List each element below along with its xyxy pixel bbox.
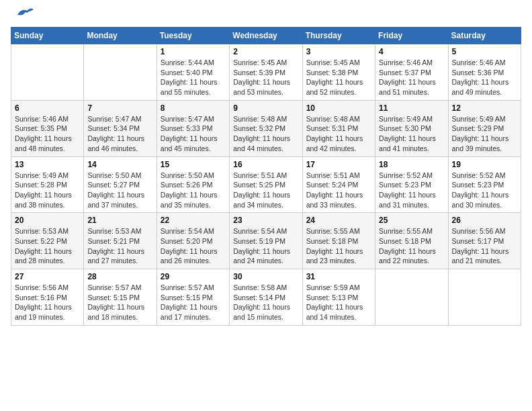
day-info: Sunrise: 5:55 AM Sunset: 5:18 PM Dayligh… <box>306 226 371 266</box>
day-number: 9 <box>233 103 298 113</box>
day-info: Sunrise: 5:49 AM Sunset: 5:30 PM Dayligh… <box>379 114 444 154</box>
weekday-monday: Monday <box>84 28 157 44</box>
day-info: Sunrise: 5:45 AM Sunset: 5:38 PM Dayligh… <box>306 58 371 97</box>
day-number: 17 <box>306 160 371 169</box>
day-info: Sunrise: 5:50 AM Sunset: 5:26 PM Dayligh… <box>161 171 226 210</box>
day-info: Sunrise: 5:46 AM Sunset: 5:35 PM Dayligh… <box>15 114 80 154</box>
calendar-week-5: 27Sunrise: 5:56 AM Sunset: 5:16 PM Dayli… <box>11 269 521 326</box>
weekday-tuesday: Tuesday <box>157 28 229 44</box>
calendar-cell: 9Sunrise: 5:48 AM Sunset: 5:32 PM Daylig… <box>230 100 302 156</box>
weekday-thursday: Thursday <box>302 28 375 44</box>
calendar-table: SundayMondayTuesdayWednesdayThursdayFrid… <box>11 27 521 326</box>
calendar-cell: 16Sunrise: 5:51 AM Sunset: 5:25 PM Dayli… <box>230 156 302 213</box>
day-number: 13 <box>15 160 80 169</box>
day-number: 4 <box>379 47 444 56</box>
day-info: Sunrise: 5:49 AM Sunset: 5:29 PM Dayligh… <box>452 114 517 154</box>
day-info: Sunrise: 5:51 AM Sunset: 5:25 PM Dayligh… <box>233 171 298 210</box>
weekday-sunday: Sunday <box>11 28 84 44</box>
calendar-cell: 11Sunrise: 5:49 AM Sunset: 5:30 PM Dayli… <box>375 100 448 156</box>
calendar-cell: 19Sunrise: 5:52 AM Sunset: 5:23 PM Dayli… <box>448 156 521 213</box>
day-number: 22 <box>161 216 226 225</box>
calendar-cell: 17Sunrise: 5:51 AM Sunset: 5:24 PM Dayli… <box>302 156 375 213</box>
day-number: 6 <box>15 103 80 113</box>
day-info: Sunrise: 5:57 AM Sunset: 5:15 PM Dayligh… <box>161 283 226 322</box>
day-info: Sunrise: 5:47 AM Sunset: 5:34 PM Dayligh… <box>87 114 152 154</box>
day-number: 21 <box>87 216 152 225</box>
day-info: Sunrise: 5:57 AM Sunset: 5:15 PM Dayligh… <box>87 283 152 322</box>
day-info: Sunrise: 5:47 AM Sunset: 5:33 PM Dayligh… <box>161 114 226 154</box>
day-info: Sunrise: 5:59 AM Sunset: 5:13 PM Dayligh… <box>306 283 371 322</box>
day-number: 23 <box>233 216 298 225</box>
day-info: Sunrise: 5:44 AM Sunset: 5:40 PM Dayligh… <box>161 58 226 97</box>
calendar-cell: 10Sunrise: 5:48 AM Sunset: 5:31 PM Dayli… <box>302 100 375 156</box>
calendar-week-1: 1Sunrise: 5:44 AM Sunset: 5:40 PM Daylig… <box>11 44 521 101</box>
day-number: 5 <box>452 47 517 56</box>
day-number: 30 <box>233 272 298 281</box>
weekday-saturday: Saturday <box>448 28 521 44</box>
day-info: Sunrise: 5:54 AM Sunset: 5:20 PM Dayligh… <box>161 226 226 266</box>
calendar-cell: 28Sunrise: 5:57 AM Sunset: 5:15 PM Dayli… <box>84 269 157 326</box>
calendar-cell: 7Sunrise: 5:47 AM Sunset: 5:34 PM Daylig… <box>84 100 157 156</box>
day-info: Sunrise: 5:51 AM Sunset: 5:24 PM Dayligh… <box>306 171 371 210</box>
day-info: Sunrise: 5:46 AM Sunset: 5:37 PM Dayligh… <box>379 58 444 97</box>
day-info: Sunrise: 5:56 AM Sunset: 5:16 PM Dayligh… <box>15 283 80 322</box>
day-number: 7 <box>87 103 152 113</box>
day-info: Sunrise: 5:58 AM Sunset: 5:14 PM Dayligh… <box>233 283 298 322</box>
day-info: Sunrise: 5:53 AM Sunset: 5:21 PM Dayligh… <box>87 226 152 266</box>
day-number: 14 <box>87 160 152 169</box>
calendar-cell: 22Sunrise: 5:54 AM Sunset: 5:20 PM Dayli… <box>157 213 229 269</box>
day-number: 1 <box>161 47 226 56</box>
calendar-week-2: 6Sunrise: 5:46 AM Sunset: 5:35 PM Daylig… <box>11 100 521 156</box>
day-number: 28 <box>87 272 152 281</box>
day-number: 20 <box>15 216 80 225</box>
calendar-cell: 3Sunrise: 5:45 AM Sunset: 5:38 PM Daylig… <box>302 44 375 101</box>
calendar-cell: 24Sunrise: 5:55 AM Sunset: 5:18 PM Dayli… <box>302 213 375 269</box>
page-header <box>11 11 521 20</box>
day-number: 25 <box>379 216 444 225</box>
day-info: Sunrise: 5:56 AM Sunset: 5:17 PM Dayligh… <box>452 226 517 266</box>
day-info: Sunrise: 5:46 AM Sunset: 5:36 PM Dayligh… <box>452 58 517 97</box>
calendar-cell <box>11 44 84 101</box>
calendar-cell: 15Sunrise: 5:50 AM Sunset: 5:26 PM Dayli… <box>157 156 229 213</box>
day-number: 11 <box>379 103 444 113</box>
day-number: 27 <box>15 272 80 281</box>
day-number: 15 <box>161 160 226 169</box>
calendar-cell: 8Sunrise: 5:47 AM Sunset: 5:33 PM Daylig… <box>157 100 229 156</box>
calendar-cell <box>84 44 157 101</box>
calendar-cell: 2Sunrise: 5:45 AM Sunset: 5:39 PM Daylig… <box>230 44 302 101</box>
day-info: Sunrise: 5:50 AM Sunset: 5:27 PM Dayligh… <box>87 171 152 210</box>
day-number: 24 <box>306 216 371 225</box>
weekday-header-row: SundayMondayTuesdayWednesdayThursdayFrid… <box>11 28 521 44</box>
calendar-cell: 21Sunrise: 5:53 AM Sunset: 5:21 PM Dayli… <box>84 213 157 269</box>
day-info: Sunrise: 5:52 AM Sunset: 5:23 PM Dayligh… <box>452 171 517 210</box>
calendar-cell: 26Sunrise: 5:56 AM Sunset: 5:17 PM Dayli… <box>448 213 521 269</box>
day-info: Sunrise: 5:48 AM Sunset: 5:31 PM Dayligh… <box>306 114 371 154</box>
calendar-week-4: 20Sunrise: 5:53 AM Sunset: 5:22 PM Dayli… <box>11 213 521 269</box>
day-info: Sunrise: 5:55 AM Sunset: 5:18 PM Dayligh… <box>379 226 444 266</box>
logo <box>11 11 34 20</box>
calendar-cell: 23Sunrise: 5:54 AM Sunset: 5:19 PM Dayli… <box>230 213 302 269</box>
calendar-cell: 14Sunrise: 5:50 AM Sunset: 5:27 PM Dayli… <box>84 156 157 213</box>
calendar-cell: 18Sunrise: 5:52 AM Sunset: 5:23 PM Dayli… <box>375 156 448 213</box>
day-number: 29 <box>161 272 226 281</box>
day-number: 19 <box>452 160 517 169</box>
day-info: Sunrise: 5:49 AM Sunset: 5:28 PM Dayligh… <box>15 171 80 210</box>
day-number: 26 <box>452 216 517 225</box>
calendar-cell: 4Sunrise: 5:46 AM Sunset: 5:37 PM Daylig… <box>375 44 448 101</box>
weekday-friday: Friday <box>375 28 448 44</box>
calendar-cell: 27Sunrise: 5:56 AM Sunset: 5:16 PM Dayli… <box>11 269 84 326</box>
weekday-wednesday: Wednesday <box>230 28 302 44</box>
calendar-cell <box>375 269 448 326</box>
day-number: 10 <box>306 103 371 113</box>
calendar-week-3: 13Sunrise: 5:49 AM Sunset: 5:28 PM Dayli… <box>11 156 521 213</box>
day-info: Sunrise: 5:52 AM Sunset: 5:23 PM Dayligh… <box>379 171 444 210</box>
day-number: 12 <box>452 103 517 113</box>
calendar-cell <box>448 269 521 326</box>
day-number: 16 <box>233 160 298 169</box>
day-number: 31 <box>306 272 371 281</box>
calendar-cell: 29Sunrise: 5:57 AM Sunset: 5:15 PM Dayli… <box>157 269 229 326</box>
day-info: Sunrise: 5:54 AM Sunset: 5:19 PM Dayligh… <box>233 226 298 266</box>
day-info: Sunrise: 5:48 AM Sunset: 5:32 PM Dayligh… <box>233 114 298 154</box>
calendar-cell: 30Sunrise: 5:58 AM Sunset: 5:14 PM Dayli… <box>230 269 302 326</box>
calendar-cell: 25Sunrise: 5:55 AM Sunset: 5:18 PM Dayli… <box>375 213 448 269</box>
